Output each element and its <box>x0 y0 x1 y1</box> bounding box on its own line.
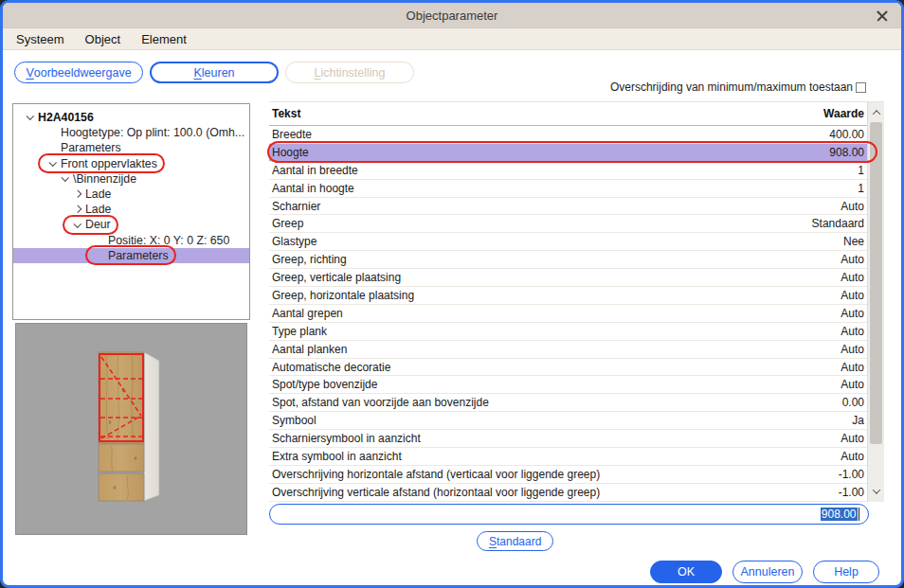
table-row-aantal-planken[interactable]: Aantal plankenAuto <box>269 341 867 359</box>
annotation-ring: Deur <box>70 218 111 231</box>
param-value: Auto <box>841 200 864 213</box>
scrollbar-thumb[interactable] <box>870 122 882 444</box>
param-label: Scharniersymbool in aanzicht <box>272 432 421 445</box>
param-value: Nee <box>843 235 864 248</box>
tree-item-parameters[interactable]: Parameters <box>13 140 249 155</box>
tree-item-lade[interactable]: Lade <box>13 187 249 202</box>
param-value: Auto <box>841 450 864 463</box>
text-caret <box>859 508 860 521</box>
toolbar-button-lichtinstelling[interactable]: Lichtinstelling <box>285 62 414 83</box>
table-row-overschrijving-horizontale-afstand-verticaal-voor-liggende-greep[interactable]: Overschrijving horizontale afstand (vert… <box>269 466 867 484</box>
param-label: Aantal grepen <box>272 307 343 320</box>
menu-item-object[interactable]: Object <box>85 32 121 46</box>
tree-indent <box>93 250 108 261</box>
param-label: Glastype <box>272 235 316 248</box>
param-label: Hoogte <box>272 146 309 159</box>
allow-exceed-option: Overschrijding van minimum/maximum toest… <box>610 80 866 94</box>
allow-exceed-label: Overschrijding van minimum/maximum toest… <box>610 80 853 94</box>
value-input[interactable]: 908.00 <box>269 504 869 525</box>
param-label: Scharnier <box>272 200 320 213</box>
scroll-up-icon[interactable] <box>868 104 884 121</box>
ok-button[interactable]: OK <box>650 561 722 583</box>
toolbar-button-kleuren[interactable]: Kleuren <box>150 62 279 83</box>
table-row-aantal-in-hoogte[interactable]: Aantal in hoogte1 <box>269 180 867 198</box>
tree-item-positie-x-0-y-0-z-650[interactable]: Positie: X: 0 Y: 0 Z: 650 <box>13 233 249 248</box>
menu-item-element[interactable]: Element <box>141 32 187 46</box>
table-row-scharnier[interactable]: ScharnierAuto <box>269 198 867 216</box>
vertical-scrollbar[interactable] <box>867 102 884 502</box>
tree-item-label: Hoogtetype: Op plint: 100.0 (Omh... <box>61 126 244 139</box>
param-value: 1 <box>858 164 864 177</box>
tree-item-lade[interactable]: Lade <box>13 202 249 217</box>
table-row-aantal-grepen[interactable]: Aantal grepenAuto <box>269 305 867 323</box>
toolbar-button-voorbeeldweergave[interactable]: Voorbeeldweergave <box>14 62 143 83</box>
param-label: Extra symbool in aanzicht <box>272 450 402 463</box>
param-label: Spot/type bovenzijde <box>272 378 377 391</box>
annotation-ring: Parameters <box>93 249 169 262</box>
param-label: Breedte <box>272 128 312 141</box>
tree-item-parameters[interactable]: Parameters <box>13 248 249 263</box>
param-value: 908.00 <box>829 146 864 159</box>
allow-exceed-checkbox[interactable] <box>856 82 866 93</box>
param-label: Greep <box>272 217 303 230</box>
help-button[interactable]: Help <box>813 561 879 583</box>
table-row-glastype[interactable]: GlastypeNee <box>269 233 867 251</box>
table-row-spot-type-bovenzijde[interactable]: Spot/type bovenzijdeAuto <box>269 376 867 394</box>
table-row-hoogte[interactable]: Hoogte908.00 <box>269 144 867 162</box>
tree-item-label: H2A40156 <box>38 111 94 124</box>
param-value: Auto <box>841 289 864 302</box>
chevron-down-icon[interactable] <box>58 173 73 185</box>
param-value: Auto <box>841 307 864 320</box>
param-label: Overschrijving horizontale afstand (vert… <box>272 468 600 481</box>
tree-item-front-oppervlaktes[interactable]: Front oppervlaktes <box>13 156 249 171</box>
view-toolbar: VoorbeeldweergaveKleurenLichtinstelling <box>14 62 414 83</box>
table-row-type-plank[interactable]: Type plankAuto <box>269 323 867 341</box>
menu-bar: SysteemObjectElement <box>3 28 901 50</box>
param-label: Greep, richting <box>272 253 347 266</box>
tree-item-binnenzijde[interactable]: \Binnenzijde <box>13 171 249 187</box>
standaard-button[interactable]: Standaard <box>477 531 553 551</box>
tree-item-deur[interactable]: Deur <box>13 217 249 232</box>
table-row-spot-afstand-van-voorzijde-aan-bovenzijde[interactable]: Spot, afstand van voorzijde aan bovenzij… <box>269 394 867 412</box>
tree-item-label: \Binnenzijde <box>73 172 136 186</box>
table-row-aantal-in-breedte[interactable]: Aantal in breedte1 <box>269 162 867 180</box>
menu-item-systeem[interactable]: Systeem <box>16 32 64 46</box>
chevron-down-icon[interactable] <box>23 112 38 123</box>
table-row-automatische-decoratie[interactable]: Automatische decoratieAuto <box>269 359 867 377</box>
table-row-scharniersymbool-in-aanzicht[interactable]: Scharniersymbool in aanzichtAuto <box>269 430 867 448</box>
param-value: Auto <box>841 361 864 374</box>
table-row-symbool[interactable]: SymboolJa <box>269 412 867 430</box>
tree-item-label: Front oppervlaktes <box>61 157 157 170</box>
param-value: 0.00 <box>842 396 864 409</box>
tree-indent <box>45 142 61 153</box>
table-row-greep[interactable]: GreepStandaard <box>269 215 867 233</box>
tree-item-hoogtetype-op-plint-100-0-omh[interactable]: Hoogtetype: Op plint: 100.0 (Omh... <box>13 125 249 140</box>
chevron-right-icon[interactable] <box>70 188 85 200</box>
tree-item-h2a40156[interactable]: H2A40156 <box>13 110 249 125</box>
chevron-down-icon[interactable] <box>45 158 61 169</box>
table-row-greep-horizontale-plaatsing[interactable]: Greep, horizontale plaatsingAuto <box>269 287 867 305</box>
param-value: 1 <box>858 182 864 195</box>
table-row-breedte[interactable]: Breedte400.00 <box>269 126 867 144</box>
param-value: -1.00 <box>839 468 864 481</box>
chevron-down-icon[interactable] <box>70 219 85 230</box>
table-header: Tekst Waarde <box>269 102 867 126</box>
tree-item-label: Positie: X: 0 Y: 0 Z: 650 <box>108 234 229 247</box>
chevron-right-icon[interactable] <box>70 204 85 215</box>
table-row-greep-richting[interactable]: Greep, richtingAuto <box>269 251 867 269</box>
close-icon[interactable] <box>876 9 889 23</box>
scroll-down-icon[interactable] <box>868 483 884 500</box>
table-row-extra-symbool-in-aanzicht[interactable]: Extra symbool in aanzichtAuto <box>269 448 867 466</box>
param-value: Auto <box>841 432 864 445</box>
parameter-table: Tekst Waarde Breedte400.00Hoogte908.00Aa… <box>269 101 884 502</box>
column-tekst: Tekst <box>272 107 300 120</box>
table-row-greep-verticale-plaatsing[interactable]: Greep, verticale plaatsingAuto <box>269 269 867 287</box>
param-value: Auto <box>841 343 864 356</box>
annotation-ring: Front oppervlaktes <box>45 157 157 170</box>
param-label: Automatische decoratie <box>272 361 390 374</box>
value-input-selected-text: 908.00 <box>821 508 858 521</box>
table-row-overschrijving-verticale-afstand-horizontaal-voor-liggende-greep[interactable]: Overschrijving verticale afstand (horizo… <box>269 484 867 502</box>
tree-indent <box>45 127 61 138</box>
param-label: Overschrijving verticale afstand (horizo… <box>272 486 600 499</box>
annuleren-button[interactable]: Annuleren <box>732 561 803 583</box>
